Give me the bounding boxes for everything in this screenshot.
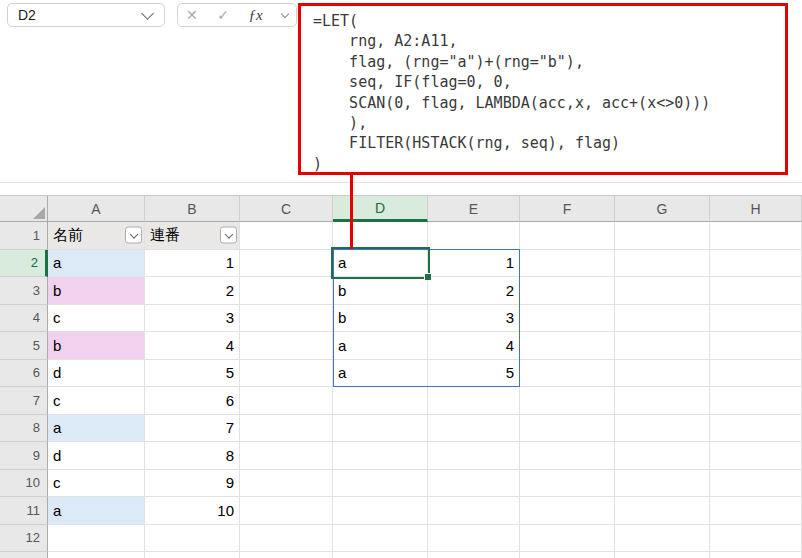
cell-C7[interactable]	[240, 387, 333, 415]
cell-B7[interactable]: 6	[145, 387, 240, 415]
insert-function-icon[interactable]: ƒx	[248, 7, 262, 24]
row-header-11[interactable]: 11	[0, 497, 48, 525]
cell-G12[interactable]	[615, 525, 710, 553]
cell-G11[interactable]	[615, 497, 710, 525]
cell-G4[interactable]	[615, 305, 710, 333]
cell-C10[interactable]	[240, 470, 333, 498]
cell-E11[interactable]	[428, 497, 520, 525]
cell-B9[interactable]: 8	[145, 442, 240, 470]
cell-G3[interactable]	[615, 277, 710, 305]
cell-B5[interactable]: 4	[145, 332, 240, 360]
cell-G10[interactable]	[615, 470, 710, 498]
cell-A[interactable]	[48, 552, 145, 558]
cell-A7[interactable]: c	[48, 387, 145, 415]
enter-icon[interactable]: ✓	[217, 8, 229, 22]
cancel-icon[interactable]: ✕	[186, 8, 198, 22]
cell-D4[interactable]: b	[333, 305, 428, 333]
cell-D6[interactable]: a	[333, 360, 428, 388]
cell-C9[interactable]	[240, 442, 333, 470]
cell-F10[interactable]	[520, 470, 615, 498]
cell-E6[interactable]: 5	[428, 360, 520, 388]
cell-B8[interactable]: 7	[145, 415, 240, 443]
cell-A11[interactable]: a	[48, 497, 145, 525]
cell-F6[interactable]	[520, 360, 615, 388]
cell-E10[interactable]	[428, 470, 520, 498]
cell-B3[interactable]: 2	[145, 277, 240, 305]
cell-F12[interactable]	[520, 525, 615, 553]
cell-A8[interactable]: a	[48, 415, 145, 443]
column-header-F[interactable]: F	[520, 196, 615, 222]
cell-H8[interactable]	[710, 415, 802, 443]
cell-A10[interactable]: c	[48, 470, 145, 498]
cell-D8[interactable]	[333, 415, 428, 443]
name-box[interactable]: D2	[7, 3, 165, 27]
filter-button[interactable]	[125, 227, 142, 244]
row-header-5[interactable]: 5	[0, 332, 48, 360]
cell-H6[interactable]	[710, 360, 802, 388]
cell-H3[interactable]	[710, 277, 802, 305]
cell-D5[interactable]: a	[333, 332, 428, 360]
cell-G1[interactable]	[615, 222, 710, 250]
cell-F[interactable]	[520, 552, 615, 558]
cell-A2[interactable]: a	[48, 250, 145, 278]
cell-G8[interactable]	[615, 415, 710, 443]
cell-D12[interactable]	[333, 525, 428, 553]
cell-C8[interactable]	[240, 415, 333, 443]
cell-B6[interactable]: 5	[145, 360, 240, 388]
cell-H12[interactable]	[710, 525, 802, 553]
cell-B2[interactable]: 1	[145, 250, 240, 278]
cell-E7[interactable]	[428, 387, 520, 415]
cell-E9[interactable]	[428, 442, 520, 470]
cell-E1[interactable]	[428, 222, 520, 250]
cell-B1[interactable]: 連番	[145, 222, 240, 250]
cell-G2[interactable]	[615, 250, 710, 278]
cell-H1[interactable]	[710, 222, 802, 250]
cell-E[interactable]	[428, 552, 520, 558]
column-header-G[interactable]: G	[615, 196, 710, 222]
cell-C2[interactable]	[240, 250, 333, 278]
cell-C3[interactable]	[240, 277, 333, 305]
cell-F2[interactable]	[520, 250, 615, 278]
cell-B11[interactable]: 10	[145, 497, 240, 525]
cell-H11[interactable]	[710, 497, 802, 525]
cell-F11[interactable]	[520, 497, 615, 525]
cell-G6[interactable]	[615, 360, 710, 388]
cell-A12[interactable]	[48, 525, 145, 553]
cell-F3[interactable]	[520, 277, 615, 305]
cell-E4[interactable]: 3	[428, 305, 520, 333]
chevron-down-icon[interactable]	[141, 7, 154, 20]
cell-D9[interactable]	[333, 442, 428, 470]
cell-D1[interactable]	[333, 222, 428, 250]
cell-D3[interactable]: b	[333, 277, 428, 305]
row-header-9[interactable]: 9	[0, 442, 48, 470]
cell-F9[interactable]	[520, 442, 615, 470]
row-header-6[interactable]: 6	[0, 360, 48, 388]
row-header-1[interactable]: 1	[0, 222, 48, 250]
cell-H[interactable]	[710, 552, 802, 558]
row-header-7[interactable]: 7	[0, 387, 48, 415]
row-header-8[interactable]: 8	[0, 415, 48, 443]
cell-D[interactable]	[333, 552, 428, 558]
cell-H4[interactable]	[710, 305, 802, 333]
row-header-3[interactable]: 3	[0, 277, 48, 305]
cell-C[interactable]	[240, 552, 333, 558]
row-header-4[interactable]: 4	[0, 305, 48, 333]
cell-E5[interactable]: 4	[428, 332, 520, 360]
cell-H2[interactable]	[710, 250, 802, 278]
cell-A9[interactable]: d	[48, 442, 145, 470]
column-header-C[interactable]: C	[240, 196, 333, 222]
cell-B[interactable]	[145, 552, 240, 558]
cell-A3[interactable]: b	[48, 277, 145, 305]
cell-F8[interactable]	[520, 415, 615, 443]
cell-H5[interactable]	[710, 332, 802, 360]
cell-H9[interactable]	[710, 442, 802, 470]
filter-button[interactable]	[220, 227, 237, 244]
cell-C4[interactable]	[240, 305, 333, 333]
cell-C11[interactable]	[240, 497, 333, 525]
cell-F5[interactable]	[520, 332, 615, 360]
cell-G5[interactable]	[615, 332, 710, 360]
cell-A1[interactable]: 名前	[48, 222, 145, 250]
row-header-2[interactable]: 2	[0, 250, 48, 278]
row-header-stub[interactable]	[0, 552, 48, 558]
cell-A5[interactable]: b	[48, 332, 145, 360]
